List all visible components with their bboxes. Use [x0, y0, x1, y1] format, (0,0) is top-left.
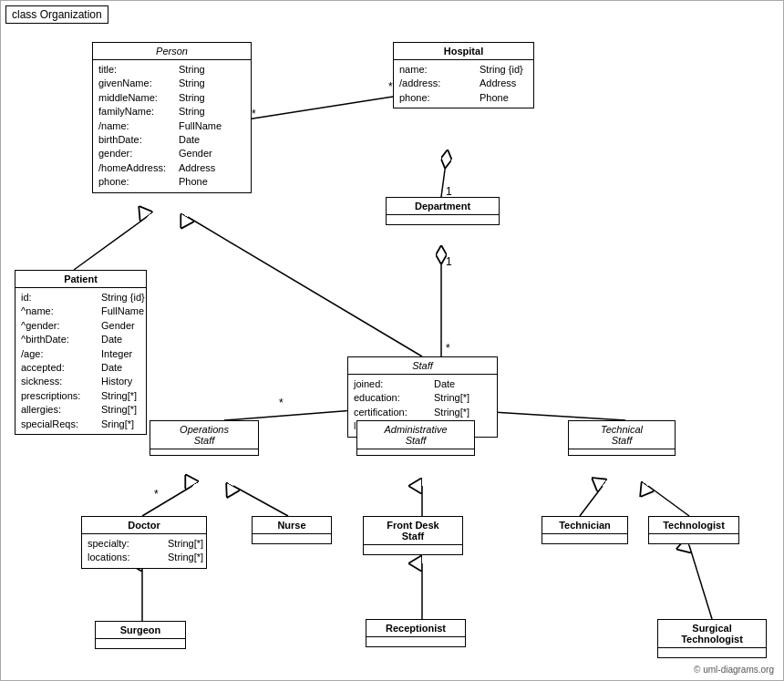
class-hospital-header: Hospital: [394, 43, 533, 60]
copyright: © uml-diagrams.org: [694, 665, 774, 675]
attr-row: ^birthDate:Date: [21, 333, 140, 346]
class-patient-body: id:String {id} ^name:FullName ^gender:Ge…: [15, 288, 146, 434]
svg-text:1: 1: [446, 185, 452, 198]
class-administrative-staff: AdministrativeStaff: [356, 420, 475, 456]
attr-row: title:String: [98, 63, 245, 77]
svg-line-8: [247, 97, 393, 119]
class-receptionist-body: [366, 637, 465, 646]
svg-line-5: [188, 217, 422, 356]
class-surgeon-header: Surgeon: [96, 622, 185, 639]
attr-row: specialty:String[*]: [88, 537, 201, 551]
svg-line-15: [580, 486, 603, 516]
class-ops-header: OperationsStaff: [150, 421, 258, 449]
class-technician-body: [542, 534, 627, 543]
class-doctor: Doctor specialty:String[*] locations:Str…: [81, 516, 207, 569]
attr-row: middleName:String: [98, 91, 245, 105]
attr-row: certification:String[*]: [354, 406, 491, 419]
attr-row: specialReqs:Sring[*]: [21, 418, 140, 431]
svg-text:*: *: [446, 342, 450, 355]
attr-row: education:String[*]: [354, 391, 491, 405]
class-nurse: Nurse: [252, 516, 332, 544]
svg-line-19: [689, 545, 712, 619]
class-person: Person title:String givenName:String mid…: [92, 42, 252, 193]
attr-row: accepted:Date: [21, 361, 140, 375]
attr-row: familyName:String: [98, 105, 245, 119]
attr-row: /homeAddress:Address: [98, 161, 245, 175]
class-hospital: Hospital name:String {id} /address:Addre…: [393, 42, 534, 108]
class-surgeon-body: [96, 639, 185, 648]
class-fds-body: [364, 545, 462, 554]
diagram-title: class Organization: [5, 5, 108, 24]
class-surgical-technologist: SurgicalTechnologist: [657, 619, 767, 658]
attr-row: phone:Phone: [399, 91, 528, 105]
class-ops-body: [150, 449, 258, 455]
class-surg-tech-header: SurgicalTechnologist: [658, 620, 766, 648]
class-technician-header: Technician: [542, 517, 627, 534]
class-admin-body: [357, 449, 474, 455]
attr-row: phone:Phone: [98, 175, 245, 189]
svg-text:1: 1: [446, 255, 452, 268]
diagram-container: class Organization: [0, 0, 784, 681]
class-tech-staff-header: TechnicalStaff: [569, 421, 675, 449]
svg-text:*: *: [252, 108, 256, 120]
class-hospital-body: name:String {id} /address:Address phone:…: [394, 60, 533, 108]
svg-line-4: [74, 217, 147, 270]
svg-text:*: *: [279, 397, 284, 409]
class-department-header: Department: [387, 198, 499, 215]
class-nurse-body: [253, 534, 331, 543]
attr-row: gender:Gender: [98, 147, 245, 160]
class-patient: Patient id:String {id} ^name:FullName ^g…: [15, 270, 147, 435]
attr-row: name:String {id}: [399, 63, 528, 77]
class-person-header: Person: [93, 43, 251, 60]
class-technician: Technician: [542, 516, 628, 544]
class-front-desk-staff: Front DeskStaff: [363, 516, 463, 555]
class-technical-staff: TechnicalStaff: [568, 420, 676, 456]
attr-row: /age:Integer: [21, 347, 140, 361]
class-nurse-header: Nurse: [253, 517, 331, 534]
class-receptionist-header: Receptionist: [366, 620, 465, 637]
class-person-body: title:String givenName:String middleName…: [93, 60, 251, 192]
svg-text:*: *: [154, 488, 159, 500]
attr-row: birthDate:Date: [98, 133, 245, 147]
class-doctor-body: specialty:String[*] locations:String[*]: [82, 534, 206, 568]
attr-row: id:String {id}: [21, 291, 140, 304]
class-department: Department: [386, 197, 500, 225]
svg-line-13: [233, 486, 288, 516]
class-receptionist: Receptionist: [366, 619, 466, 647]
attr-row: sickness:History: [21, 375, 140, 388]
class-technologist-header: Technologist: [649, 517, 738, 534]
class-staff-header: Staff: [348, 357, 497, 375]
class-tech-staff-body: [569, 449, 675, 455]
attr-row: allergies:String[*]: [21, 403, 140, 417]
class-technologist: Technologist: [648, 516, 739, 544]
class-patient-header: Patient: [15, 271, 146, 288]
svg-line-9: [224, 409, 366, 420]
attr-row: joined:Date: [354, 377, 491, 391]
attr-row: prescriptions:String[*]: [21, 389, 140, 403]
svg-line-16: [648, 486, 689, 516]
attr-row: locations:String[*]: [88, 551, 201, 564]
class-operations-staff: OperationsStaff: [150, 420, 259, 456]
class-department-body: [387, 215, 499, 224]
class-doctor-header: Doctor: [82, 517, 206, 534]
class-surg-tech-body: [658, 648, 766, 657]
class-fds-header: Front DeskStaff: [364, 517, 462, 545]
svg-line-12: [142, 486, 192, 516]
attr-row: givenName:String: [98, 77, 245, 90]
class-technologist-body: [649, 534, 738, 543]
attr-row: /address:Address: [399, 77, 528, 90]
attr-row: /name:FullName: [98, 119, 245, 133]
svg-line-6: [441, 150, 448, 197]
attr-row: ^name:FullName: [21, 304, 140, 318]
attr-row: ^gender:Gender: [21, 319, 140, 333]
class-surgeon: Surgeon: [95, 621, 186, 649]
class-admin-header: AdministrativeStaff: [357, 421, 474, 449]
